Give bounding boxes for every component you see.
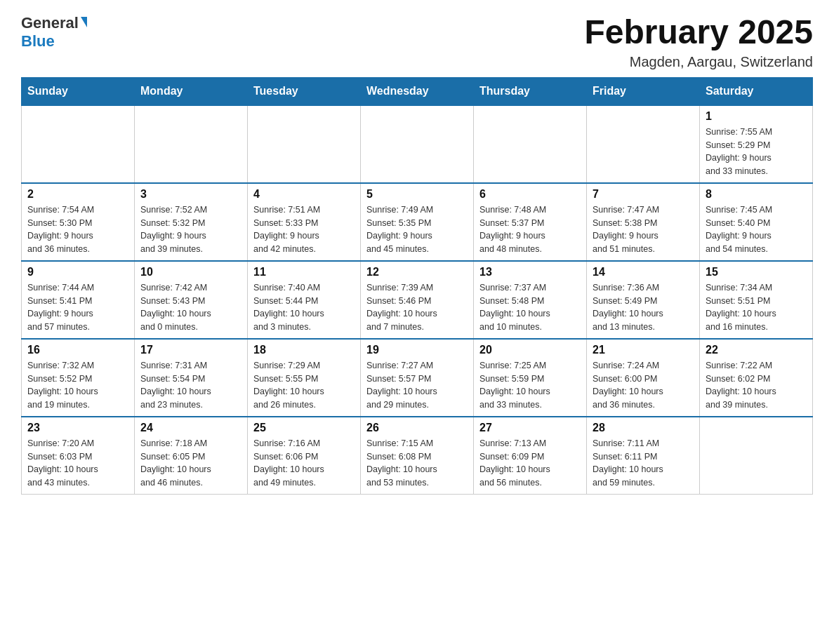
weekday-header-friday: Friday — [587, 77, 700, 105]
logo-triangle-icon — [81, 17, 87, 27]
day-number: 5 — [366, 188, 468, 201]
page-header: General Blue February 2025 Magden, Aarga… — [21, 14, 813, 70]
day-info: Sunrise: 7:55 AM Sunset: 5:29 PM Dayligh… — [706, 126, 807, 178]
day-info: Sunrise: 7:39 AM Sunset: 5:46 PM Dayligh… — [366, 281, 468, 334]
calendar-cell: 16Sunrise: 7:32 AM Sunset: 5:52 PM Dayli… — [22, 339, 135, 417]
day-info: Sunrise: 7:36 AM Sunset: 5:49 PM Dayligh… — [593, 281, 694, 334]
day-number: 14 — [593, 266, 694, 279]
day-number: 8 — [706, 188, 807, 201]
calendar-cell — [248, 105, 361, 183]
day-info: Sunrise: 7:11 AM Sunset: 6:11 PM Dayligh… — [593, 437, 694, 490]
day-number: 17 — [140, 344, 241, 356]
weekday-header-sunday: Sunday — [22, 77, 135, 105]
calendar-week-row: 23Sunrise: 7:20 AM Sunset: 6:03 PM Dayli… — [22, 417, 813, 495]
calendar-cell — [135, 105, 248, 183]
day-info: Sunrise: 7:42 AM Sunset: 5:43 PM Dayligh… — [140, 281, 241, 334]
calendar-cell: 24Sunrise: 7:18 AM Sunset: 6:05 PM Dayli… — [135, 417, 248, 495]
day-info: Sunrise: 7:31 AM Sunset: 5:54 PM Dayligh… — [140, 359, 241, 412]
day-info: Sunrise: 7:13 AM Sunset: 6:09 PM Dayligh… — [479, 437, 581, 490]
day-number: 6 — [479, 188, 581, 201]
day-number: 13 — [479, 266, 581, 279]
day-number: 22 — [706, 344, 807, 356]
day-info: Sunrise: 7:22 AM Sunset: 6:02 PM Dayligh… — [706, 359, 807, 412]
calendar-cell: 23Sunrise: 7:20 AM Sunset: 6:03 PM Dayli… — [22, 417, 135, 495]
day-number: 27 — [479, 422, 581, 434]
day-number: 15 — [706, 266, 807, 279]
calendar-week-row: 2Sunrise: 7:54 AM Sunset: 5:30 PM Daylig… — [22, 183, 813, 261]
day-info: Sunrise: 7:49 AM Sunset: 5:35 PM Dayligh… — [366, 203, 468, 256]
day-number: 28 — [593, 422, 694, 434]
logo: General Blue — [21, 14, 87, 51]
day-info: Sunrise: 7:18 AM Sunset: 6:05 PM Dayligh… — [140, 437, 241, 490]
calendar-cell: 7Sunrise: 7:47 AM Sunset: 5:38 PM Daylig… — [587, 183, 700, 261]
calendar-week-row: 1Sunrise: 7:55 AM Sunset: 5:29 PM Daylig… — [22, 105, 813, 183]
day-number: 26 — [366, 422, 468, 434]
day-info: Sunrise: 7:52 AM Sunset: 5:32 PM Dayligh… — [140, 203, 241, 256]
day-number: 25 — [253, 422, 355, 434]
weekday-header-thursday: Thursday — [474, 77, 587, 105]
calendar-cell: 19Sunrise: 7:27 AM Sunset: 5:57 PM Dayli… — [361, 339, 474, 417]
calendar-cell: 3Sunrise: 7:52 AM Sunset: 5:32 PM Daylig… — [135, 183, 248, 261]
day-number: 1 — [706, 110, 807, 123]
day-info: Sunrise: 7:20 AM Sunset: 6:03 PM Dayligh… — [27, 437, 128, 490]
weekday-header-monday: Monday — [135, 77, 248, 105]
day-info: Sunrise: 7:37 AM Sunset: 5:48 PM Dayligh… — [479, 281, 581, 334]
calendar-cell — [700, 417, 813, 495]
day-number: 24 — [140, 422, 241, 434]
calendar-cell: 10Sunrise: 7:42 AM Sunset: 5:43 PM Dayli… — [135, 261, 248, 339]
calendar-table: SundayMondayTuesdayWednesdayThursdayFrid… — [21, 77, 813, 495]
day-number: 20 — [479, 344, 581, 356]
day-info: Sunrise: 7:40 AM Sunset: 5:44 PM Dayligh… — [253, 281, 355, 334]
calendar-cell — [361, 105, 474, 183]
calendar-cell: 26Sunrise: 7:15 AM Sunset: 6:08 PM Dayli… — [361, 417, 474, 495]
day-number: 23 — [27, 422, 128, 434]
calendar-cell: 15Sunrise: 7:34 AM Sunset: 5:51 PM Dayli… — [700, 261, 813, 339]
calendar-week-row: 9Sunrise: 7:44 AM Sunset: 5:41 PM Daylig… — [22, 261, 813, 339]
calendar-cell: 17Sunrise: 7:31 AM Sunset: 5:54 PM Dayli… — [135, 339, 248, 417]
day-number: 9 — [27, 266, 128, 279]
calendar-cell: 8Sunrise: 7:45 AM Sunset: 5:40 PM Daylig… — [700, 183, 813, 261]
day-info: Sunrise: 7:32 AM Sunset: 5:52 PM Dayligh… — [27, 359, 128, 412]
day-info: Sunrise: 7:44 AM Sunset: 5:41 PM Dayligh… — [27, 281, 128, 334]
day-info: Sunrise: 7:54 AM Sunset: 5:30 PM Dayligh… — [27, 203, 128, 256]
calendar-cell: 13Sunrise: 7:37 AM Sunset: 5:48 PM Dayli… — [474, 261, 587, 339]
day-info: Sunrise: 7:27 AM Sunset: 5:57 PM Dayligh… — [366, 359, 468, 412]
calendar-cell: 14Sunrise: 7:36 AM Sunset: 5:49 PM Dayli… — [587, 261, 700, 339]
day-number: 7 — [593, 188, 694, 201]
day-info: Sunrise: 7:25 AM Sunset: 5:59 PM Dayligh… — [479, 359, 581, 412]
calendar-cell: 2Sunrise: 7:54 AM Sunset: 5:30 PM Daylig… — [22, 183, 135, 261]
calendar-cell: 25Sunrise: 7:16 AM Sunset: 6:06 PM Dayli… — [248, 417, 361, 495]
calendar-cell: 21Sunrise: 7:24 AM Sunset: 6:00 PM Dayli… — [587, 339, 700, 417]
day-info: Sunrise: 7:15 AM Sunset: 6:08 PM Dayligh… — [366, 437, 468, 490]
calendar-cell — [474, 105, 587, 183]
day-number: 10 — [140, 266, 241, 279]
day-number: 19 — [366, 344, 468, 356]
calendar-week-row: 16Sunrise: 7:32 AM Sunset: 5:52 PM Dayli… — [22, 339, 813, 417]
calendar-subtitle: Magden, Aargau, Switzerland — [584, 54, 813, 70]
day-info: Sunrise: 7:16 AM Sunset: 6:06 PM Dayligh… — [253, 437, 355, 490]
weekday-header-tuesday: Tuesday — [248, 77, 361, 105]
calendar-cell: 11Sunrise: 7:40 AM Sunset: 5:44 PM Dayli… — [248, 261, 361, 339]
calendar-cell: 6Sunrise: 7:48 AM Sunset: 5:37 PM Daylig… — [474, 183, 587, 261]
calendar-title: February 2025 — [584, 14, 813, 51]
day-info: Sunrise: 7:34 AM Sunset: 5:51 PM Dayligh… — [706, 281, 807, 334]
calendar-cell: 1Sunrise: 7:55 AM Sunset: 5:29 PM Daylig… — [700, 105, 813, 183]
calendar-cell — [22, 105, 135, 183]
day-number: 4 — [253, 188, 355, 201]
calendar-cell: 20Sunrise: 7:25 AM Sunset: 5:59 PM Dayli… — [474, 339, 587, 417]
weekday-header-saturday: Saturday — [700, 77, 813, 105]
calendar-cell: 9Sunrise: 7:44 AM Sunset: 5:41 PM Daylig… — [22, 261, 135, 339]
weekday-header-wednesday: Wednesday — [361, 77, 474, 105]
calendar-cell: 5Sunrise: 7:49 AM Sunset: 5:35 PM Daylig… — [361, 183, 474, 261]
title-block: February 2025 Magden, Aargau, Switzerlan… — [584, 14, 813, 70]
day-info: Sunrise: 7:24 AM Sunset: 6:00 PM Dayligh… — [593, 359, 694, 412]
day-info: Sunrise: 7:29 AM Sunset: 5:55 PM Dayligh… — [253, 359, 355, 412]
day-number: 11 — [253, 266, 355, 279]
day-info: Sunrise: 7:47 AM Sunset: 5:38 PM Dayligh… — [593, 203, 694, 256]
logo-blue-text: Blue — [21, 32, 55, 51]
day-info: Sunrise: 7:51 AM Sunset: 5:33 PM Dayligh… — [253, 203, 355, 256]
day-info: Sunrise: 7:48 AM Sunset: 5:37 PM Dayligh… — [479, 203, 581, 256]
calendar-cell: 27Sunrise: 7:13 AM Sunset: 6:09 PM Dayli… — [474, 417, 587, 495]
calendar-cell: 18Sunrise: 7:29 AM Sunset: 5:55 PM Dayli… — [248, 339, 361, 417]
logo-general-text: General — [21, 14, 79, 32]
